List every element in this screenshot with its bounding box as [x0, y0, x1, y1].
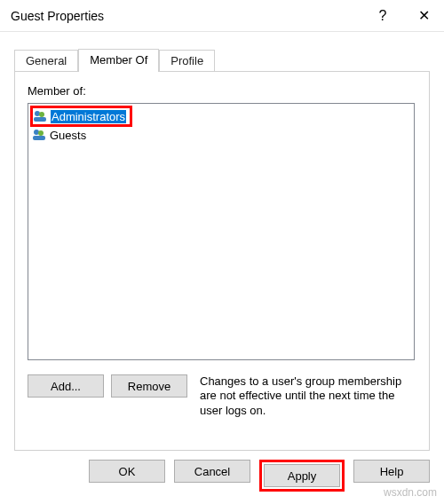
add-button[interactable]: Add...	[28, 374, 104, 398]
help-button[interactable]: ?	[362, 0, 403, 31]
panel-bottom-row: Add... Remove Changes to a user's group …	[28, 374, 416, 418]
list-item[interactable]: Administrators	[33, 108, 130, 124]
ok-button[interactable]: OK	[89, 460, 165, 483]
svg-rect-2	[34, 117, 46, 122]
remove-button[interactable]: Remove	[111, 374, 187, 398]
tab-general[interactable]: General	[14, 50, 78, 73]
apply-highlight: Apply	[259, 460, 345, 492]
group-icon	[33, 109, 47, 123]
close-button[interactable]: ✕	[403, 0, 444, 31]
dialog-body: General Member Of Profile Member of: Adm…	[0, 32, 444, 451]
group-icon	[32, 128, 46, 142]
window-title: Guest Properties	[11, 9, 362, 23]
member-of-listbox[interactable]: Administrators Guests	[28, 103, 415, 360]
cancel-button[interactable]: Cancel	[174, 460, 250, 483]
member-of-label: Member of:	[28, 84, 416, 98]
svg-rect-5	[33, 136, 45, 140]
list-item-label: Guests	[50, 129, 86, 142]
tab-member-of[interactable]: Member Of	[78, 49, 159, 72]
help-dialog-button[interactable]: Help	[353, 460, 430, 483]
titlebar-controls: ? ✕	[362, 0, 444, 31]
svg-point-3	[34, 130, 39, 135]
panel-buttons: Add... Remove	[28, 374, 187, 398]
tab-strip: General Member Of Profile	[14, 48, 430, 71]
membership-note: Changes to a user's group membership are…	[194, 374, 416, 418]
list-item-highlight: Administrators	[30, 106, 132, 127]
list-item[interactable]: Guests	[30, 127, 414, 143]
svg-point-0	[35, 111, 40, 116]
svg-point-4	[38, 130, 44, 136]
tab-profile[interactable]: Profile	[159, 50, 215, 73]
apply-button[interactable]: Apply	[264, 464, 340, 487]
watermark: wsxdn.com	[384, 486, 437, 499]
tab-panel-member-of: Member of: Administrators	[14, 71, 430, 451]
list-item-label: Administrators	[51, 110, 126, 123]
dialog-button-row: OK Cancel Apply Help	[0, 451, 444, 492]
titlebar: Guest Properties ? ✕	[0, 0, 444, 32]
svg-point-1	[39, 112, 44, 117]
